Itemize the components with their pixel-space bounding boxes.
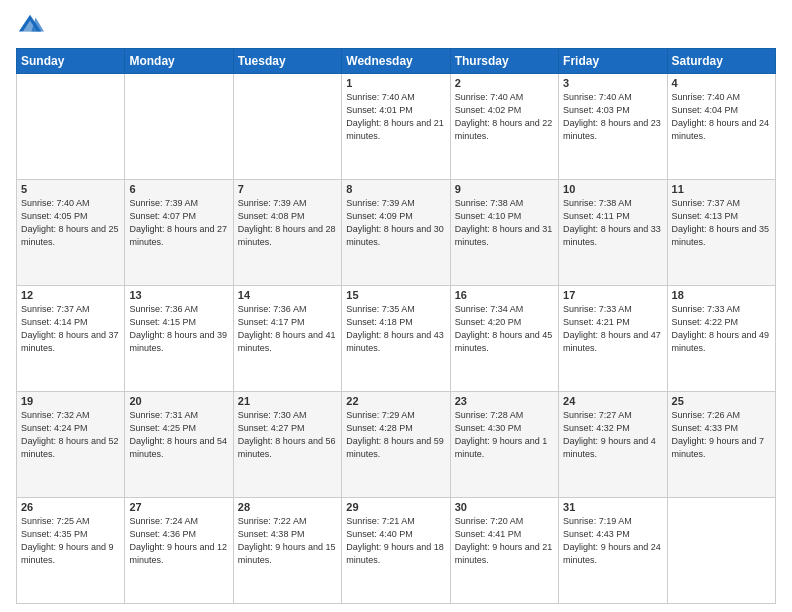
day-info: Sunrise: 7:24 AM Sunset: 4:36 PM Dayligh… <box>129 515 228 567</box>
day-number: 31 <box>563 501 662 513</box>
table-row <box>233 74 341 180</box>
table-row: 6Sunrise: 7:39 AM Sunset: 4:07 PM Daylig… <box>125 180 233 286</box>
calendar-week-row: 12Sunrise: 7:37 AM Sunset: 4:14 PM Dayli… <box>17 286 776 392</box>
day-number: 21 <box>238 395 337 407</box>
day-info: Sunrise: 7:29 AM Sunset: 4:28 PM Dayligh… <box>346 409 445 461</box>
day-info: Sunrise: 7:22 AM Sunset: 4:38 PM Dayligh… <box>238 515 337 567</box>
table-row: 28Sunrise: 7:22 AM Sunset: 4:38 PM Dayli… <box>233 498 341 604</box>
day-number: 3 <box>563 77 662 89</box>
table-row: 25Sunrise: 7:26 AM Sunset: 4:33 PM Dayli… <box>667 392 775 498</box>
day-info: Sunrise: 7:28 AM Sunset: 4:30 PM Dayligh… <box>455 409 554 461</box>
day-number: 22 <box>346 395 445 407</box>
table-row: 15Sunrise: 7:35 AM Sunset: 4:18 PM Dayli… <box>342 286 450 392</box>
day-info: Sunrise: 7:38 AM Sunset: 4:10 PM Dayligh… <box>455 197 554 249</box>
day-info: Sunrise: 7:38 AM Sunset: 4:11 PM Dayligh… <box>563 197 662 249</box>
day-number: 11 <box>672 183 771 195</box>
page: Sunday Monday Tuesday Wednesday Thursday… <box>0 0 792 612</box>
table-row <box>17 74 125 180</box>
day-number: 23 <box>455 395 554 407</box>
col-friday: Friday <box>559 49 667 74</box>
day-info: Sunrise: 7:33 AM Sunset: 4:22 PM Dayligh… <box>672 303 771 355</box>
col-tuesday: Tuesday <box>233 49 341 74</box>
table-row: 12Sunrise: 7:37 AM Sunset: 4:14 PM Dayli… <box>17 286 125 392</box>
day-info: Sunrise: 7:27 AM Sunset: 4:32 PM Dayligh… <box>563 409 662 461</box>
day-number: 2 <box>455 77 554 89</box>
table-row: 13Sunrise: 7:36 AM Sunset: 4:15 PM Dayli… <box>125 286 233 392</box>
day-number: 8 <box>346 183 445 195</box>
table-row: 8Sunrise: 7:39 AM Sunset: 4:09 PM Daylig… <box>342 180 450 286</box>
day-number: 25 <box>672 395 771 407</box>
day-info: Sunrise: 7:40 AM Sunset: 4:03 PM Dayligh… <box>563 91 662 143</box>
day-info: Sunrise: 7:35 AM Sunset: 4:18 PM Dayligh… <box>346 303 445 355</box>
day-number: 16 <box>455 289 554 301</box>
table-row: 31Sunrise: 7:19 AM Sunset: 4:43 PM Dayli… <box>559 498 667 604</box>
table-row: 2Sunrise: 7:40 AM Sunset: 4:02 PM Daylig… <box>450 74 558 180</box>
table-row: 27Sunrise: 7:24 AM Sunset: 4:36 PM Dayli… <box>125 498 233 604</box>
day-info: Sunrise: 7:20 AM Sunset: 4:41 PM Dayligh… <box>455 515 554 567</box>
day-number: 7 <box>238 183 337 195</box>
day-info: Sunrise: 7:26 AM Sunset: 4:33 PM Dayligh… <box>672 409 771 461</box>
day-info: Sunrise: 7:30 AM Sunset: 4:27 PM Dayligh… <box>238 409 337 461</box>
day-number: 6 <box>129 183 228 195</box>
day-info: Sunrise: 7:34 AM Sunset: 4:20 PM Dayligh… <box>455 303 554 355</box>
table-row <box>667 498 775 604</box>
day-number: 13 <box>129 289 228 301</box>
table-row: 3Sunrise: 7:40 AM Sunset: 4:03 PM Daylig… <box>559 74 667 180</box>
table-row: 10Sunrise: 7:38 AM Sunset: 4:11 PM Dayli… <box>559 180 667 286</box>
day-info: Sunrise: 7:39 AM Sunset: 4:09 PM Dayligh… <box>346 197 445 249</box>
day-number: 15 <box>346 289 445 301</box>
day-number: 28 <box>238 501 337 513</box>
table-row: 22Sunrise: 7:29 AM Sunset: 4:28 PM Dayli… <box>342 392 450 498</box>
table-row <box>125 74 233 180</box>
day-info: Sunrise: 7:37 AM Sunset: 4:13 PM Dayligh… <box>672 197 771 249</box>
table-row: 16Sunrise: 7:34 AM Sunset: 4:20 PM Dayli… <box>450 286 558 392</box>
day-info: Sunrise: 7:39 AM Sunset: 4:07 PM Dayligh… <box>129 197 228 249</box>
table-row: 4Sunrise: 7:40 AM Sunset: 4:04 PM Daylig… <box>667 74 775 180</box>
calendar-week-row: 5Sunrise: 7:40 AM Sunset: 4:05 PM Daylig… <box>17 180 776 286</box>
day-number: 26 <box>21 501 120 513</box>
table-row: 26Sunrise: 7:25 AM Sunset: 4:35 PM Dayli… <box>17 498 125 604</box>
day-number: 24 <box>563 395 662 407</box>
table-row: 29Sunrise: 7:21 AM Sunset: 4:40 PM Dayli… <box>342 498 450 604</box>
col-monday: Monday <box>125 49 233 74</box>
day-info: Sunrise: 7:40 AM Sunset: 4:04 PM Dayligh… <box>672 91 771 143</box>
table-row: 19Sunrise: 7:32 AM Sunset: 4:24 PM Dayli… <box>17 392 125 498</box>
table-row: 21Sunrise: 7:30 AM Sunset: 4:27 PM Dayli… <box>233 392 341 498</box>
col-thursday: Thursday <box>450 49 558 74</box>
table-row: 23Sunrise: 7:28 AM Sunset: 4:30 PM Dayli… <box>450 392 558 498</box>
table-row: 24Sunrise: 7:27 AM Sunset: 4:32 PM Dayli… <box>559 392 667 498</box>
table-row: 7Sunrise: 7:39 AM Sunset: 4:08 PM Daylig… <box>233 180 341 286</box>
day-number: 29 <box>346 501 445 513</box>
table-row: 1Sunrise: 7:40 AM Sunset: 4:01 PM Daylig… <box>342 74 450 180</box>
day-info: Sunrise: 7:37 AM Sunset: 4:14 PM Dayligh… <box>21 303 120 355</box>
calendar-table: Sunday Monday Tuesday Wednesday Thursday… <box>16 48 776 604</box>
day-info: Sunrise: 7:25 AM Sunset: 4:35 PM Dayligh… <box>21 515 120 567</box>
day-info: Sunrise: 7:32 AM Sunset: 4:24 PM Dayligh… <box>21 409 120 461</box>
day-number: 27 <box>129 501 228 513</box>
table-row: 5Sunrise: 7:40 AM Sunset: 4:05 PM Daylig… <box>17 180 125 286</box>
day-number: 20 <box>129 395 228 407</box>
day-number: 14 <box>238 289 337 301</box>
table-row: 20Sunrise: 7:31 AM Sunset: 4:25 PM Dayli… <box>125 392 233 498</box>
day-number: 10 <box>563 183 662 195</box>
logo <box>16 12 48 40</box>
calendar-header-row: Sunday Monday Tuesday Wednesday Thursday… <box>17 49 776 74</box>
calendar-week-row: 26Sunrise: 7:25 AM Sunset: 4:35 PM Dayli… <box>17 498 776 604</box>
day-info: Sunrise: 7:40 AM Sunset: 4:02 PM Dayligh… <box>455 91 554 143</box>
calendar-week-row: 1Sunrise: 7:40 AM Sunset: 4:01 PM Daylig… <box>17 74 776 180</box>
logo-icon <box>16 12 44 40</box>
header <box>16 12 776 40</box>
day-info: Sunrise: 7:36 AM Sunset: 4:15 PM Dayligh… <box>129 303 228 355</box>
day-number: 18 <box>672 289 771 301</box>
day-number: 30 <box>455 501 554 513</box>
day-info: Sunrise: 7:39 AM Sunset: 4:08 PM Dayligh… <box>238 197 337 249</box>
table-row: 14Sunrise: 7:36 AM Sunset: 4:17 PM Dayli… <box>233 286 341 392</box>
day-info: Sunrise: 7:31 AM Sunset: 4:25 PM Dayligh… <box>129 409 228 461</box>
day-info: Sunrise: 7:21 AM Sunset: 4:40 PM Dayligh… <box>346 515 445 567</box>
day-number: 4 <box>672 77 771 89</box>
day-info: Sunrise: 7:40 AM Sunset: 4:05 PM Dayligh… <box>21 197 120 249</box>
day-info: Sunrise: 7:19 AM Sunset: 4:43 PM Dayligh… <box>563 515 662 567</box>
col-wednesday: Wednesday <box>342 49 450 74</box>
day-number: 12 <box>21 289 120 301</box>
table-row: 30Sunrise: 7:20 AM Sunset: 4:41 PM Dayli… <box>450 498 558 604</box>
